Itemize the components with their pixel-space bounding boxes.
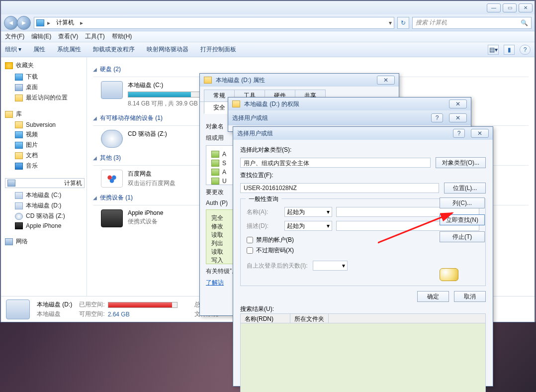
sidebar-item-iphone[interactable]: Apple iPhone (5, 221, 85, 230)
music-icon (15, 163, 23, 170)
search-placeholder: 搜索 计算机 (416, 18, 447, 27)
tb-organize[interactable]: 组织 ▾ (5, 45, 21, 54)
status-drive-name: 本地磁盘 (D:) (37, 300, 72, 309)
days-since-logon-label: 自上次登录后的天数(I): (247, 262, 308, 270)
locations-button[interactable]: 位置(L)... (444, 183, 486, 194)
object-type-label: 选择此对象类型(S): (240, 146, 486, 154)
drive-icon (101, 81, 123, 99)
sidebar-item-downloads[interactable]: 下载 (5, 72, 85, 82)
dialog-titlebar[interactable]: 本地磁盘 (D:) 属性 ✕ (200, 74, 399, 87)
minimize-button[interactable]: — (487, 3, 501, 12)
drive-sub: 双击运行百度网盘 (128, 179, 176, 188)
drive-name: Apple iPhone (128, 209, 163, 216)
menu-file[interactable]: 文件(F) (5, 32, 24, 41)
tb-properties[interactable]: 属性 (33, 45, 45, 54)
disk-icon (15, 202, 23, 209)
name-label: 名称(A): (247, 208, 280, 216)
close-button[interactable]: ✕ (377, 76, 395, 85)
svg-point-2 (110, 179, 114, 183)
object-types-button[interactable]: 对象类型(O)... (436, 157, 486, 168)
drive-name: 百度网盘 (128, 170, 176, 178)
tb-controlpanel[interactable]: 打开控制面板 (200, 45, 236, 54)
dialog-titlebar[interactable]: 本地磁盘 (D:) 的权限 ✕ (228, 98, 471, 110)
breadcrumb[interactable]: ▸ 计算机 ▸ ▾ (34, 17, 394, 29)
cancel-button[interactable]: 取消 (454, 291, 486, 302)
disk-icon (204, 77, 212, 84)
preview-pane-button[interactable]: ▮ (504, 45, 515, 55)
sidebar-item-music[interactable]: 音乐 (5, 161, 85, 171)
computer-icon (36, 19, 44, 26)
toolbar: 组织 ▾ 属性 系统属性 卸载或更改程序 映射网络驱动器 打开控制面板 ▤▾ ▮… (1, 42, 535, 57)
drive-sub: 8.14 GB 可用 , 共 39.9 GB (128, 99, 207, 108)
help-button[interactable]: ? (453, 129, 465, 138)
close-button[interactable]: ✕ (519, 3, 533, 12)
menu-edit[interactable]: 编辑(E) (31, 32, 51, 41)
find-now-button[interactable]: 立即查找(N) (440, 214, 485, 225)
sidebar-item-cd-z[interactable]: CD 驱动器 (Z:) (5, 211, 85, 221)
library-icon (5, 111, 13, 118)
sidebar-favorites-header[interactable]: 收藏夹 (5, 61, 85, 70)
used-label: 已用空间: (79, 300, 104, 309)
tb-uninstall[interactable]: 卸载或更改程序 (93, 45, 135, 54)
sidebar-item-desktop[interactable]: 桌面 (5, 82, 85, 93)
breadcrumb-computer[interactable]: 计算机 (53, 17, 77, 28)
maximize-button[interactable]: ▭ (503, 3, 517, 12)
nav-forward-button[interactable]: ► (17, 16, 31, 30)
object-type-value: 用户、组或内置安全主体 (240, 158, 431, 168)
tb-mapdrive[interactable]: 映射网络驱动器 (147, 45, 188, 54)
col-folder[interactable]: 所在文件夹 (290, 314, 329, 323)
dialog-titlebar[interactable]: 选择用户或组 ? ✕ (233, 127, 493, 140)
dialog-sub-titlebar[interactable]: 选择用户或组 ? ✕ (228, 110, 471, 125)
view-mode-button[interactable]: ▤▾ (488, 45, 499, 55)
close-button[interactable]: ✕ (471, 129, 489, 138)
sidebar-network-header[interactable]: 网络 (5, 237, 85, 246)
user-icon (211, 178, 219, 185)
sidebar-item-disk-c[interactable]: 本地磁盘 (C:) (5, 190, 85, 200)
menu-view[interactable]: 查看(V) (58, 32, 78, 41)
help-button[interactable]: ? (520, 45, 531, 55)
close-button[interactable]: ✕ (449, 99, 467, 108)
results-list[interactable] (240, 323, 486, 392)
search-icon: 🔍 (521, 19, 528, 26)
drive-sub: 便携式设备 (128, 217, 163, 226)
sidebar-item-disk-d[interactable]: 本地磁盘 (D:) (5, 200, 85, 211)
computer-icon (7, 180, 15, 187)
tb-sysprops[interactable]: 系统属性 (57, 45, 81, 54)
ok-button[interactable]: 确定 (417, 291, 449, 302)
col-name[interactable]: 名称(RDN) (241, 314, 290, 323)
section-hdd[interactable]: ◢硬盘 (2) (93, 65, 529, 74)
help-button[interactable]: ? (431, 113, 443, 122)
columns-button[interactable]: 列(C)... (440, 197, 485, 208)
menu-help[interactable]: 帮助(H) (112, 32, 132, 41)
sidebar: 收藏夹 下载 桌面 最近访问的位置 库 Subversion 视频 图片 文档 … (1, 57, 87, 296)
fieldset-legend: 一般性查询 (246, 195, 281, 203)
dialog-subtitle: 选择用户或组 (232, 114, 427, 122)
menu-tools[interactable]: 工具(T) (85, 32, 104, 41)
stop-button[interactable]: 停止(T) (440, 231, 485, 242)
user-icon (211, 169, 219, 176)
status-drive-type: 本地磁盘 (37, 310, 72, 318)
search-input[interactable]: 搜索 计算机 🔍 (412, 17, 532, 29)
star-icon (5, 62, 13, 69)
desc-mode-select[interactable]: 起始为▾ (284, 221, 332, 231)
name-mode-select[interactable]: 起始为▾ (284, 207, 332, 217)
days-select[interactable]: ▾ (313, 261, 348, 271)
close-button[interactable]: ✕ (449, 113, 467, 122)
sidebar-item-subversion[interactable]: Subversion (5, 120, 85, 129)
capacity-gauge (128, 92, 207, 98)
magnifier-icon (440, 268, 458, 281)
nav-back-button[interactable]: ◄ (4, 16, 18, 30)
refresh-button[interactable]: ↻ (397, 17, 409, 29)
window-titlebar: — ▭ ✕ (1, 1, 535, 14)
location-value: USER-20161028NZ (240, 183, 439, 193)
user-icon (211, 160, 219, 167)
sidebar-item-recent[interactable]: 最近访问的位置 (5, 93, 85, 103)
sidebar-item-documents[interactable]: 文档 (5, 150, 85, 161)
sidebar-item-videos[interactable]: 视频 (5, 129, 85, 140)
sidebar-computer-header[interactable]: 计算机 (5, 178, 85, 188)
network-icon (5, 238, 13, 245)
sidebar-item-pictures[interactable]: 图片 (5, 140, 85, 150)
drive-name: CD 驱动器 (Z:) (128, 130, 167, 138)
sidebar-libraries-header[interactable]: 库 (5, 110, 85, 118)
learn-link[interactable]: 了解访 (206, 279, 224, 286)
